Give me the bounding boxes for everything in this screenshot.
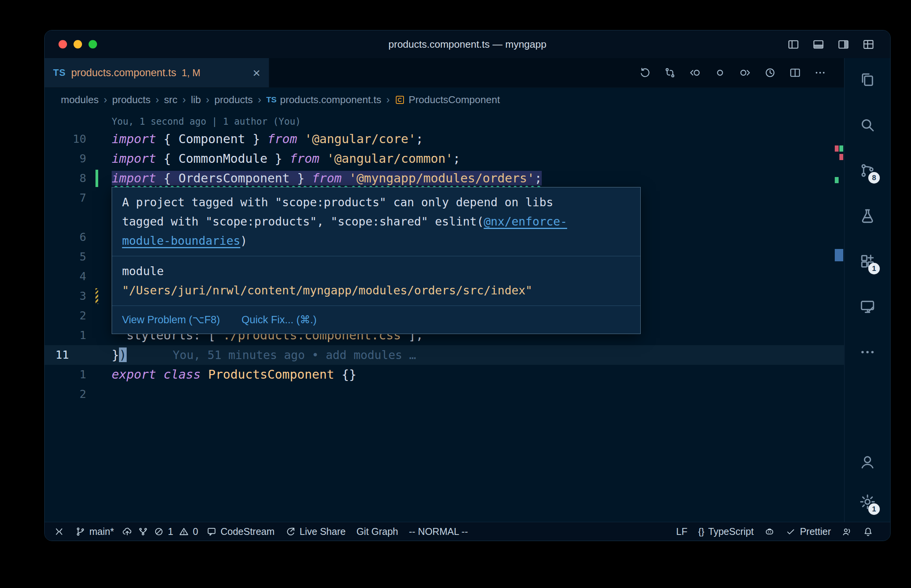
activity-badge: 1 [868, 263, 880, 274]
code-editor[interactable]: You, 1 second ago | 1 author (You) 10imp… [45, 112, 844, 522]
status-live-share[interactable]: Live Share [280, 522, 351, 541]
code-line[interactable]: 10import { Component } from '@angular/co… [45, 129, 844, 149]
line-number[interactable]: 8 [45, 169, 86, 188]
breadcrumb-item-modules[interactable]: modules [61, 94, 99, 106]
timeline-icon[interactable] [764, 67, 776, 79]
eslint-rule-link[interactable]: module-boundaries [122, 234, 240, 247]
breadcrumb-item-productscomponent[interactable]: ProductsComponent [395, 94, 500, 106]
status-remote-indicator-icon[interactable] [49, 522, 70, 541]
close-tab-icon[interactable]: × [253, 66, 260, 79]
line-number[interactable]: 11 [45, 345, 86, 365]
editor-group: TS products.component.ts 1, M × modules›… [45, 58, 844, 522]
more-actions-icon[interactable] [814, 67, 826, 79]
line-number[interactable]: 2 [45, 384, 86, 404]
status-label: Live Share [300, 526, 346, 537]
status-codestream[interactable]: CodeStream [201, 522, 280, 541]
status-git-graph[interactable]: Git Graph [351, 522, 404, 541]
status-main[interactable]: main* [70, 522, 119, 541]
activity-item-settings-gear[interactable]: 1 [859, 493, 876, 512]
window-title: products.component.ts — myngapp [389, 38, 546, 50]
warning-icon [179, 526, 189, 537]
status-copilot-icon[interactable] [759, 526, 780, 537]
code-line-current[interactable]: 11})You, 51 minutes ago • add modules … [45, 345, 844, 365]
gitlens-codelens[interactable]: You, 1 second ago | 1 author (You) [45, 114, 844, 129]
breadcrumb-label: ProductsComponent [409, 94, 500, 106]
layout-sidebar-right-icon[interactable] [837, 38, 850, 51]
breadcrumb-separator: › [206, 94, 209, 106]
line-number[interactable]: 2 [45, 306, 86, 326]
overview-ruler[interactable] [835, 112, 843, 522]
breadcrumb-separator: › [156, 94, 159, 106]
line-number[interactable]: 3 [45, 286, 86, 306]
status-0[interactable]: 0 [176, 522, 201, 541]
activity-item-files[interactable] [859, 71, 876, 90]
code-text [112, 384, 844, 404]
code-line[interactable]: 8import { OrdersComponent } from '@mynga… [45, 169, 844, 188]
status-feedback-icon[interactable] [836, 526, 857, 537]
history-icon[interactable] [639, 67, 651, 79]
tab-products-component[interactable]: TS products.component.ts 1, M × [45, 58, 269, 87]
status-gitlens-branch-icon[interactable] [135, 522, 151, 541]
status-prettier[interactable]: Prettier [780, 526, 836, 537]
gutter-modified-decoration [86, 286, 112, 306]
status-bell-icon[interactable] [857, 526, 879, 537]
line-number[interactable]: 5 [45, 247, 86, 267]
breadcrumb-label: products.component.ts [280, 94, 381, 106]
bell-icon [863, 526, 873, 537]
gutter-decoration [86, 129, 112, 149]
breadcrumb-item-products[interactable]: products [112, 94, 151, 106]
ruler-decoration [835, 145, 839, 152]
gitlens-branch-icon [138, 526, 148, 537]
eslint-rule-link[interactable]: @nx/enforce- [484, 215, 567, 228]
line-number[interactable]: 4 [45, 267, 86, 286]
quick-fix-action[interactable]: Quick Fix... (⌘.) [241, 310, 317, 329]
problem-message-line: tagged with "scope:products", "scope:sha… [122, 212, 630, 231]
layout-panel-icon[interactable] [812, 38, 825, 51]
code-line[interactable]: 9import { CommonModule } from '@angular/… [45, 149, 844, 169]
status-label: 1 [168, 526, 173, 537]
files-icon [859, 71, 876, 88]
status-lf[interactable]: LF [671, 526, 693, 537]
code-line[interactable]: 2 [45, 384, 844, 404]
line-number[interactable] [45, 208, 86, 227]
status-typescript[interactable]: {}TypeScript [693, 526, 759, 537]
breadcrumb-item-products[interactable]: products [214, 94, 253, 106]
next-change-icon[interactable] [739, 67, 751, 79]
view-problem-action[interactable]: View Problem (⌥F8) [122, 310, 220, 329]
title-bar: products.component.ts — myngapp [45, 30, 890, 58]
split-editor-icon[interactable] [789, 67, 801, 79]
close-window-button[interactable] [59, 40, 67, 48]
minimize-window-button[interactable] [74, 40, 82, 48]
ruler-decoration [835, 249, 843, 261]
activity-item-remote-screen[interactable] [859, 298, 876, 317]
activity-item-source-control[interactable]: 8 [859, 162, 876, 180]
zoom-window-button[interactable] [89, 40, 97, 48]
git-compare-icon[interactable] [664, 67, 676, 79]
gutter-decoration [86, 149, 112, 169]
status-cloud-upload-icon[interactable] [119, 522, 135, 541]
breadcrumb-item-src[interactable]: src [164, 94, 178, 106]
layout-sidebar-left-icon[interactable] [787, 38, 800, 51]
status-normal[interactable]: -- NORMAL -- [404, 522, 473, 541]
activity-item-more[interactable] [859, 344, 876, 362]
line-number[interactable]: 9 [45, 149, 86, 169]
problem-message-line: A project tagged with "scope:products" c… [122, 193, 630, 212]
breadcrumb-item-products-component-ts[interactable]: TSproducts.component.ts [266, 94, 381, 106]
layout-grid-icon[interactable] [862, 38, 875, 51]
line-number[interactable]: 10 [45, 129, 86, 149]
activity-item-account[interactable] [859, 453, 876, 472]
line-number[interactable]: 6 [45, 227, 86, 247]
code-line[interactable]: 1export class ProductsComponent {} [45, 365, 844, 384]
line-number[interactable]: 7 [45, 188, 86, 208]
status-1[interactable]: 1 [151, 522, 176, 541]
status-label: Git Graph [357, 526, 398, 537]
breadcrumb-item-lib[interactable]: lib [191, 94, 201, 106]
activity-item-beaker[interactable] [859, 207, 876, 226]
activity-item-extensions[interactable]: 1 [859, 253, 876, 271]
line-number[interactable]: 1 [45, 365, 86, 384]
inline-blame-annotation: You, 51 minutes ago • add modules … [173, 348, 416, 362]
activity-item-search[interactable] [859, 117, 876, 135]
change-icon[interactable] [714, 67, 726, 79]
prev-change-icon[interactable] [689, 67, 701, 79]
line-number[interactable]: 1 [45, 326, 86, 345]
